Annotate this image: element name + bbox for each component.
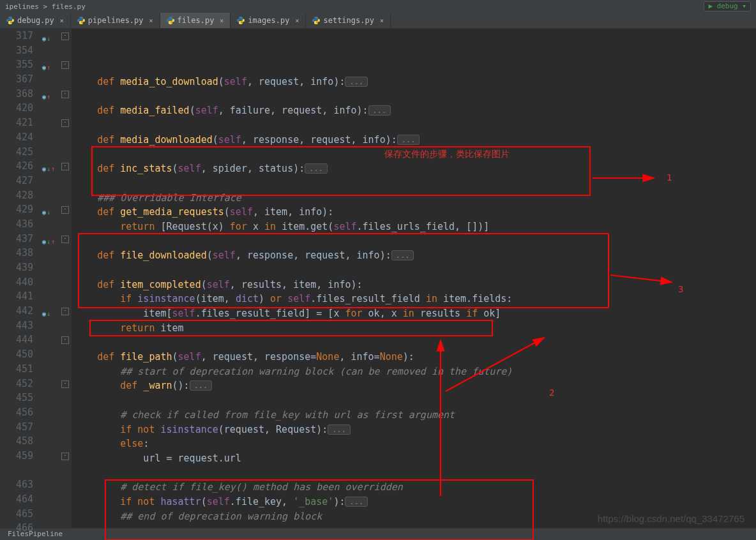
code-line[interactable] (72, 147, 756, 161)
fold-icon[interactable]: - (61, 119, 69, 127)
fold-ellipsis[interactable]: ... (391, 250, 414, 260)
line-number: 439 (0, 260, 33, 275)
fold-ellipsis[interactable]: ... (345, 77, 368, 87)
code-line[interactable] (72, 234, 756, 249)
code-line[interactable]: url = request.url (72, 451, 756, 466)
editor-tabs: debug.py×pipelines.py×files.py×images.py… (0, 13, 756, 29)
line-number: 425 (0, 145, 33, 160)
line-number: 354 (0, 43, 33, 58)
fold-icon[interactable]: - (61, 206, 69, 214)
tab-settings-py[interactable]: settings.py× (306, 13, 391, 28)
code-line[interactable] (72, 89, 756, 104)
code-line[interactable]: def file_path(self, request, response=No… (72, 350, 756, 364)
line-number: 455 (0, 391, 33, 405)
close-icon[interactable]: × (295, 17, 299, 24)
code-line[interactable]: item[self.files_result_field] = [x for o… (72, 306, 756, 321)
line-number: 443 (0, 319, 33, 333)
line-number: 429 (0, 202, 33, 217)
code-line[interactable] (72, 118, 756, 133)
code-line[interactable]: if not hasattr(self.file_key, '_base'):.… (72, 495, 756, 509)
tab-pipelines-py[interactable]: pipelines.py× (71, 13, 160, 28)
fold-ellipsis[interactable]: ... (397, 135, 420, 145)
line-number: 427 (0, 174, 33, 188)
fold-icon[interactable]: - (61, 91, 69, 98)
code-line[interactable] (72, 393, 756, 408)
line-number: 426 (0, 159, 33, 174)
fold-icon[interactable]: - (61, 308, 69, 315)
line-number: 463 (0, 477, 33, 492)
debug-badge[interactable]: ▶ debug ▾ (704, 1, 751, 11)
editor: 3173543553673684204214244254264274284294… (0, 29, 756, 528)
line-number: 465 (0, 507, 33, 521)
code-line[interactable]: return item (72, 321, 756, 336)
line-number: 451 (0, 362, 33, 377)
code-line[interactable]: if isinstance(item, dict) or self.files_… (72, 292, 756, 306)
tab-files-py[interactable]: files.py× (160, 13, 231, 28)
line-number: 424 (0, 130, 33, 145)
code-line[interactable]: # check if called from file_key with url… (72, 408, 756, 423)
code-line[interactable] (72, 176, 756, 191)
code-line[interactable] (72, 263, 756, 278)
top-bar: ipelines > files.py ▶ debug ▾ (0, 0, 756, 13)
code-line[interactable]: def media_downloaded(self, response, req… (72, 133, 756, 147)
close-icon[interactable]: × (149, 17, 153, 24)
fold-icon[interactable]: - (61, 453, 69, 460)
close-icon[interactable]: × (220, 17, 223, 24)
fold-ellipsis[interactable]: ... (305, 163, 328, 174)
line-number (0, 463, 33, 478)
line-number: 317 (0, 29, 33, 43)
line-number (0, 536, 33, 540)
line-number: 437 (0, 232, 33, 246)
close-icon[interactable]: × (380, 17, 384, 24)
fold-icon[interactable]: - (61, 61, 69, 69)
line-number-gutter: 3173543553673684204214244254264274284294… (0, 29, 40, 528)
code-line[interactable]: else: (72, 437, 756, 451)
close-icon[interactable]: × (60, 17, 64, 24)
code-line[interactable]: ### Overridable Interface (72, 191, 756, 206)
line-number: 456 (0, 405, 33, 420)
code-line[interactable]: def media_failed(self, failure, request,… (72, 103, 756, 118)
line-number: 459 (0, 449, 33, 463)
fold-icon[interactable]: - (61, 33, 69, 40)
line-number: 457 (0, 420, 33, 435)
code-line[interactable]: # detect if file_key() method has been o… (72, 480, 756, 495)
fold-icon[interactable]: - (61, 336, 69, 344)
tab-images-py[interactable]: images.py× (231, 13, 306, 28)
code-line[interactable]: def media_to_download(self, request, inf… (72, 75, 756, 89)
line-number: 464 (0, 492, 33, 507)
code-line[interactable] (72, 523, 756, 538)
code-line[interactable]: def _warn():... (72, 379, 756, 393)
fold-ellipsis[interactable]: ... (345, 497, 368, 507)
line-number: 440 (0, 275, 33, 290)
fold-ellipsis[interactable]: ... (328, 424, 351, 435)
code-line[interactable]: def get_media_requests(self, item, info)… (72, 205, 756, 220)
line-number: 436 (0, 217, 33, 232)
code-line[interactable]: if not isinstance(request, Request):... (72, 423, 756, 437)
fold-icon[interactable]: - (61, 163, 69, 170)
fold-ellipsis[interactable]: ... (368, 105, 391, 116)
code-line[interactable]: def item_completed(self, results, item, … (72, 278, 756, 292)
line-number: 450 (0, 347, 33, 362)
line-number: 421 (0, 116, 33, 130)
marker-gutter: ◉↓-◉↑-◉↑--◉↓↑-◉↓-◉↓↑-◉↓---- (40, 29, 72, 528)
line-number: 458 (0, 434, 33, 449)
line-number: 428 (0, 188, 33, 203)
fold-icon[interactable]: - (61, 380, 69, 388)
code-line[interactable] (72, 466, 756, 481)
fold-icon[interactable]: - (61, 236, 69, 243)
line-number: 442 (0, 304, 33, 319)
line-number: 441 (0, 289, 33, 304)
code-area[interactable]: def media_to_download(self, request, inf… (72, 29, 756, 528)
fold-ellipsis[interactable]: ... (190, 380, 213, 391)
code-line[interactable] (72, 335, 756, 350)
code-line[interactable]: return [Request(x) for x in item.get(sel… (72, 220, 756, 234)
line-number: 355 (0, 57, 33, 72)
line-number: 367 (0, 72, 33, 87)
code-line[interactable]: def file_downloaded(self, response, requ… (72, 248, 756, 263)
line-number: 452 (0, 377, 33, 391)
code-line[interactable]: ## start of deprecation warning block (c… (72, 364, 756, 379)
code-line[interactable]: def inc_stats(self, spider, status):... (72, 161, 756, 176)
line-number: 420 (0, 101, 33, 116)
line-number: 444 (0, 333, 33, 347)
tab-debug-py[interactable]: debug.py× (0, 13, 71, 28)
